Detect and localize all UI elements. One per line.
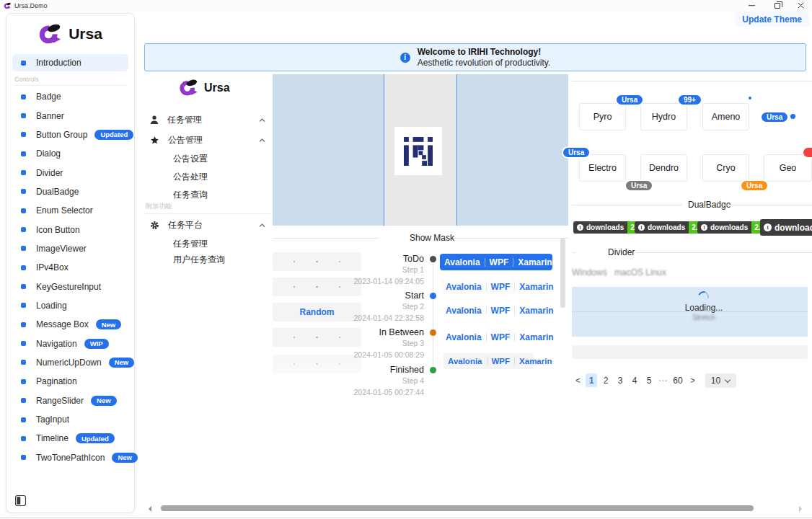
page-button-4[interactable]: 4 [629,373,640,387]
badge-card-pyro[interactable]: Pyro [579,103,626,130]
page-button-2[interactable]: 2 [600,373,612,387]
tag-wip: WIP [84,339,109,349]
menu-item-task-management-sub[interactable]: 任务管理 [144,236,273,252]
maximize-button[interactable] [770,0,785,11]
close-icon [798,2,804,9]
xamarin-button[interactable]: Xamarin [515,306,557,316]
irihi-pixel-logo-icon [404,137,433,166]
timeline-entry-todo: ToDo Step 1 2023-01-14 09:24:05 [352,254,424,287]
sidebar-item-taginput[interactable]: TagInput [6,410,134,429]
sidebar-item-message-box[interactable]: Message BoxNew [6,315,134,334]
sidebar-item-button-group[interactable]: Button GroupUpdated [6,125,134,144]
bullet-icon [21,398,26,403]
sidebar-item-navigation[interactable]: NavigationWIP [6,334,134,352]
page-button-5[interactable]: 5 [643,373,655,387]
sidebar-item-dualbadge[interactable]: DualBadge [6,182,134,201]
xamarin-button[interactable]: Xamarin [515,282,557,292]
sidebar-item-rangeslider[interactable]: RangeSliderNew [6,391,134,410]
divider-line [572,81,812,81]
page-button-3[interactable]: 3 [614,373,626,387]
chevron-up-icon [259,135,265,145]
page-size-select[interactable]: 10 [705,373,736,388]
menu-item-user-task-query[interactable]: 用户任务查询 [144,252,273,267]
sidebar-section-controls: Controls [14,76,127,86]
sidebar-item-enum-selector[interactable]: Enum Selector [6,201,134,220]
menu-item-task-platform[interactable]: 任务平台 [144,217,273,233]
wpf-button[interactable]: WPF [487,357,515,365]
image-viewer[interactable] [273,74,568,226]
menu-item-task-management[interactable]: 任务管理 [144,112,273,128]
image-viewer-mask-right [456,74,568,226]
badge-card-geo[interactable]: Geo [764,154,812,182]
sidebar-item-ipv4box[interactable]: IPv4Box [6,258,134,277]
badge-card-cryo[interactable]: Cryo [702,154,749,182]
menu-item-announcement-processing[interactable]: 公告处理 [144,169,273,185]
bullet-icon [21,227,26,232]
random-button[interactable]: Random [273,303,361,321]
badge-card-ameno[interactable]: Ameno [702,103,749,130]
wpf-button[interactable]: WPF [487,306,515,316]
update-theme-button[interactable]: Update Theme [735,12,809,27]
sidebar-collapse-button[interactable] [15,495,26,506]
minimize-button[interactable] [744,0,759,11]
page-button-1[interactable]: 1 [586,373,597,387]
timeline-entry-start: Start Step 2 2024-01-04 22:32:58 [352,290,424,324]
badge-card-hydro[interactable]: Hydro [640,103,687,130]
avalonia-button[interactable]: Avalonia [440,257,485,267]
right-panel: Pyro Hydro Ameno Ursa 99+ Ursa Electro D… [572,74,812,502]
next-page-button[interactable]: > [688,373,697,387]
xamarin-button[interactable]: Xamarin [515,332,557,342]
demo-content: Ursa 任务管理 公告管理 公告设置 公告处理 任务查询 附加功能 任务平台 … [144,74,812,502]
sidebar-item-imageviewer[interactable]: ImageViewer [6,239,134,258]
chevron-up-icon [259,220,265,230]
badge-card-dendro[interactable]: Dendro [640,154,687,182]
sidebar-item-banner[interactable]: Banner [6,106,134,125]
avalonia-button[interactable]: Avalonia [443,357,487,365]
bullet-icon [21,341,26,346]
divider-line [572,205,682,205]
avalonia-button[interactable]: Avalonia [441,306,486,316]
prev-page-button[interactable]: < [573,373,583,387]
banner-subtitle: Aesthetic revolution of productivity. [418,58,551,68]
avalonia-button[interactable]: Avalonia [441,282,486,292]
xamarin-button[interactable]: Xamarin [515,357,556,365]
timeline-dot-todo [430,256,436,262]
title-bar: Ursa.Demo [0,0,812,12]
bullet-icon [21,170,26,175]
info-icon: i [400,53,410,63]
page-button-60[interactable]: 60 [671,373,685,387]
wpf-button[interactable]: WPF [487,332,515,342]
sidebar-item-twotonepathicon[interactable]: TwoTonePathIconNew [6,448,134,467]
tag-new: New [109,358,135,368]
scroll-right-arrow[interactable] [799,506,805,512]
sidebar-item-introduction[interactable]: Introduction [12,54,128,71]
skeleton-row [273,328,361,347]
xamarin-button[interactable]: Xamarin [513,257,556,267]
close-button[interactable] [793,0,808,11]
sidebar-item-pagination[interactable]: Pagination [6,372,134,391]
horizontal-scrollbar-thumb[interactable] [161,505,754,511]
wpf-button[interactable]: WPF [485,257,513,267]
menu-item-task-query[interactable]: 任务查询 [144,187,273,203]
vertical-scrollbar-thumb[interactable] [560,238,565,308]
welcome-banner: i Welcome to IRIHI Technology! Aesthetic… [144,43,806,71]
sidebar-item-keygestureinput[interactable]: KeyGestureInput [6,277,134,296]
avalonia-button[interactable]: Avalonia [441,332,486,342]
divider-demo-windows: Windows [572,267,607,278]
menu-item-announcement-management[interactable]: 公告管理 [144,132,273,148]
sidebar-item-dialog[interactable]: Dialog [6,144,134,163]
menu-item-announcement-settings[interactable]: 公告设置 [144,151,273,167]
bullet-icon [21,132,26,137]
badge-dot [790,114,795,119]
menu-section-extras: 附加功能 [144,202,271,214]
sidebar-item-loading[interactable]: Loading [6,296,134,315]
scroll-left-arrow[interactable] [146,506,151,512]
sidebar-item-timeline[interactable]: TimelineUpdated [6,429,134,448]
wpf-button[interactable]: WPF [487,282,515,292]
sidebar-logo-text: Ursa [69,25,102,43]
collapse-sidebar-icon [15,495,26,506]
sidebar-item-badge[interactable]: Badge [6,87,134,106]
sidebar-item-icon-button[interactable]: Icon Button [6,220,134,239]
sidebar-item-divider[interactable]: Divider [6,163,134,182]
sidebar-item-numericupdown[interactable]: NumericUpDownNew [6,353,134,372]
